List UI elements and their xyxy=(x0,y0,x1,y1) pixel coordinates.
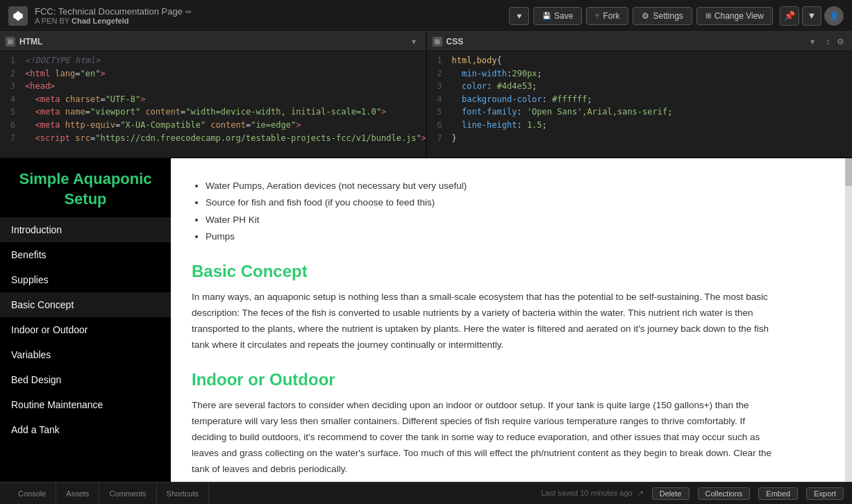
html-editor-pane: ⊞ HTML ▾ 1234567 <!DOCTYPE html> <html l… xyxy=(0,32,426,157)
sidebar-title: Simple Aquaponic Setup xyxy=(0,158,171,217)
comments-tab[interactable]: Comments xyxy=(99,482,156,505)
more-button[interactable]: ▼ xyxy=(802,6,821,26)
codepen-logo xyxy=(8,6,28,26)
settings-icon: ⚙ xyxy=(642,11,649,21)
indoor-outdoor-title: Indoor or Outdoor xyxy=(192,370,775,389)
html-editor-header: ⊞ HTML ▾ xyxy=(0,32,426,51)
css-code[interactable]: html,body{ min-width:290px; color: #4d4e… xyxy=(446,51,853,157)
html-line-numbers: 1234567 xyxy=(0,51,19,157)
css-editor-pane: ⊞ CSS ▾ ↕ ⚙ 1234567 html,body{ min-width… xyxy=(426,32,853,157)
supplies-list: Water Pumps, Aeration devices (not neces… xyxy=(206,178,775,245)
preview-area: Simple Aquaponic Setup Introduction Bene… xyxy=(0,158,852,482)
fork-button[interactable]: ⑂ Fork xyxy=(586,7,628,25)
save-info: Last saved 10 minutes ago ↗ xyxy=(541,489,644,498)
scrollbar-thumb xyxy=(845,158,852,186)
change-view-button[interactable]: ⊞ Change View xyxy=(696,7,773,25)
css-icon: ⊞ xyxy=(433,37,442,47)
bottombar: Console Assets Comments Shortcuts Last s… xyxy=(0,482,852,504)
collections-button[interactable]: Collections xyxy=(698,487,751,500)
pin-button[interactable]: 📌 xyxy=(780,6,799,26)
extra-buttons: 📌 ▼ 👤 xyxy=(780,6,844,26)
css-label: CSS xyxy=(446,37,807,47)
html-icon: ⊞ xyxy=(6,37,15,47)
sidebar-nav: Introduction Benefits Supplies Basic Con… xyxy=(0,217,171,482)
sidebar-item-supplies[interactable]: Supplies xyxy=(0,267,171,292)
editor-area: ⊞ HTML ▾ 1234567 <!DOCTYPE html> <html l… xyxy=(0,32,852,158)
sidebar-item-indoor-outdoor[interactable]: Indoor or Outdoor xyxy=(0,317,171,342)
right-scrollbar[interactable] xyxy=(845,158,852,482)
css-collapse-btn[interactable]: ▾ xyxy=(806,35,819,48)
content-area[interactable]: Water Pumps, Aeration devices (not neces… xyxy=(171,158,845,482)
list-item: Water PH Kit xyxy=(206,212,775,228)
sidebar-item-benefits[interactable]: Benefits xyxy=(0,242,171,267)
save-button[interactable]: 💾 Save xyxy=(533,7,582,25)
topbar: FCC: Technical Documentation Page ✏ A PE… xyxy=(0,0,852,32)
sidebar-item-variables[interactable]: Variables xyxy=(0,342,171,367)
fork-icon: ⑂ xyxy=(595,12,599,19)
save-icon: 💾 xyxy=(542,12,551,19)
bottombar-right: Last saved 10 minutes ago ↗ Delete Colle… xyxy=(541,487,844,500)
list-item: Pumps xyxy=(206,228,775,245)
css-line-numbers: 1234567 xyxy=(427,51,446,157)
sidebar-item-bed-design[interactable]: Bed Design xyxy=(0,367,171,392)
heart-button[interactable]: ♥ xyxy=(509,7,529,25)
css-editor-content[interactable]: 1234567 html,body{ min-width:290px; colo… xyxy=(427,51,853,157)
pen-title: FCC: Technical Documentation Page ✏ xyxy=(35,6,509,17)
sidebar-item-add-a-tank[interactable]: Add a Tank xyxy=(0,417,171,442)
heart-icon: ♥ xyxy=(517,11,521,21)
indoor-outdoor-text-1: There are several factors to consider wh… xyxy=(192,398,775,478)
list-item: Water Pumps, Aeration devices (not neces… xyxy=(206,178,775,194)
topbar-actions: ♥ 💾 Save ⑂ Fork ⚙ Settings ⊞ Change View… xyxy=(509,6,844,26)
export-button[interactable]: Export xyxy=(806,487,844,500)
console-tab[interactable]: Console xyxy=(8,482,56,505)
sidebar-item-routine-maintenance[interactable]: Routine Maintenance xyxy=(0,392,171,417)
css-settings-btn[interactable]: ⚙ xyxy=(834,35,846,48)
shortcuts-tab[interactable]: Shortcuts xyxy=(157,482,209,505)
save-info-icon: ↗ xyxy=(637,489,644,497)
content-inner: Water Pumps, Aeration devices (not neces… xyxy=(171,158,796,482)
title-area: FCC: Technical Documentation Page ✏ A PE… xyxy=(35,6,509,25)
css-expand-btn[interactable]: ↕ xyxy=(821,35,834,48)
change-view-icon: ⊞ xyxy=(705,12,711,19)
html-code[interactable]: <!DOCTYPE html> <html lang="en"> <head> … xyxy=(19,51,426,157)
html-label: HTML xyxy=(19,37,408,47)
basic-concept-text: In many ways, an aquaponic setup is noth… xyxy=(192,289,775,353)
avatar[interactable]: 👤 xyxy=(824,6,844,26)
settings-button[interactable]: ⚙ Settings xyxy=(633,7,692,25)
delete-button[interactable]: Delete xyxy=(652,487,690,500)
pen-author: A PEN BY Chad Lengefeld xyxy=(35,17,509,25)
html-editor-content[interactable]: 1234567 <!DOCTYPE html> <html lang="en">… xyxy=(0,51,426,157)
embed-button[interactable]: Embed xyxy=(758,487,798,500)
sidebar-item-introduction[interactable]: Introduction xyxy=(0,217,171,242)
sidebar-item-basic-concept[interactable]: Basic Concept xyxy=(0,292,171,317)
list-item: Source for fish and fish food (if you ch… xyxy=(206,194,775,211)
bottombar-tabs: Console Assets Comments Shortcuts xyxy=(8,482,209,505)
html-collapse-btn[interactable]: ▾ xyxy=(408,35,420,48)
assets-tab[interactable]: Assets xyxy=(56,482,99,505)
basic-concept-title: Basic Concept xyxy=(192,262,775,281)
sidebar: Simple Aquaponic Setup Introduction Bene… xyxy=(0,158,171,482)
css-editor-header: ⊞ CSS ▾ ↕ ⚙ xyxy=(427,32,853,51)
